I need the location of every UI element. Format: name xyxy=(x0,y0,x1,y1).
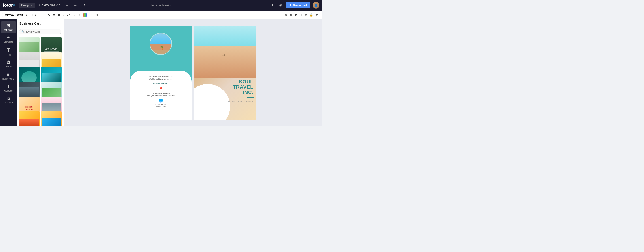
font-size-value: 14 xyxy=(32,13,34,16)
new-design-button[interactable]: + New design xyxy=(37,2,62,8)
beach-image: 🏖 xyxy=(194,26,256,77)
search-box[interactable]: 🔍 xyxy=(19,29,61,34)
top-nav: fotor® Design ▾ + New design ← → ↺ Unnam… xyxy=(0,0,322,10)
lock-button[interactable]: 🔒 xyxy=(308,12,314,17)
sidebar-item-label: Background xyxy=(2,77,14,80)
search-icon: 🔍 xyxy=(22,30,25,33)
avatar[interactable]: 👤 xyxy=(312,2,319,9)
delete-button[interactable]: 🗑 xyxy=(314,12,320,17)
design-menu-button[interactable]: Design ▾ xyxy=(19,3,35,8)
contact-info: Info@fotor.com www.fotor.com xyxy=(134,103,188,108)
sidebar-item-label: Extension xyxy=(4,101,14,104)
main-layout: ⊞ Templates ✦ Elements T Text 🖼 Photos ▣… xyxy=(0,19,322,126)
sidebar-item-label: Elements xyxy=(4,41,13,43)
transparency-button[interactable]: ⊠ xyxy=(94,12,99,17)
sidebar-item-photos[interactable]: 🖼 Photos xyxy=(1,58,16,70)
logo-text: fotor xyxy=(3,3,13,8)
undo-button[interactable]: ← xyxy=(64,2,70,8)
share-button[interactable]: ⊕ xyxy=(278,2,283,8)
color-picker-button[interactable] xyxy=(82,13,88,17)
redo-button[interactable]: → xyxy=(72,2,79,8)
separator xyxy=(45,13,45,17)
template-thumb[interactable]: See the world xyxy=(41,111,62,126)
elements-icon: ✦ xyxy=(7,35,10,40)
brand-name: SOUL TRAVEL INC. xyxy=(226,79,253,95)
layers-button[interactable]: ⧉ xyxy=(304,12,308,17)
logo-dot: ® xyxy=(14,4,15,6)
sidebar-item-label: Templates xyxy=(3,28,14,31)
history-button[interactable]: ↺ xyxy=(81,2,86,8)
text-align-button[interactable]: ≡ xyxy=(52,12,56,17)
location-icon-wrapper: 📍 xyxy=(134,86,188,92)
divider xyxy=(247,97,254,98)
extension-icon: ⧉ xyxy=(7,96,10,101)
sidebar-item-extension[interactable]: ⧉ Extension xyxy=(1,94,16,106)
design-label: Design xyxy=(21,3,30,7)
left-sidebar: ⊞ Templates ✦ Elements T Text 🖼 Photos ▣… xyxy=(0,19,17,126)
templates-panel: Business Card 🔍 GREEN& JONESRESIDENCE MA… xyxy=(17,19,64,126)
toolbar: Raleway ExtraB... ▾ 14 ▾ A ≡ B I aA U ↕ … xyxy=(0,10,322,19)
card-circle-image: 🌴 xyxy=(150,33,172,55)
font-family-select[interactable]: Raleway ExtraB... ▾ xyxy=(2,13,29,17)
template-thumb[interactable]: Get in Touch xyxy=(18,111,40,126)
align-button[interactable]: ⊞ xyxy=(288,12,293,17)
sidebar-item-templates[interactable]: ⊞ Templates xyxy=(1,21,16,33)
font-color-indicator xyxy=(47,16,50,17)
sidebar-item-label: Uploads xyxy=(4,90,12,92)
text-icon: T xyxy=(7,47,10,53)
tagline-text: Tell us about your dream vacation! We'll… xyxy=(134,75,188,80)
underline-button[interactable]: U xyxy=(72,12,76,17)
sidebar-item-background[interactable]: ▣ Background xyxy=(1,70,16,82)
umbrella-icons: 🏖 xyxy=(222,53,225,57)
bold-icon: B xyxy=(58,13,60,16)
avatar-image: 👤 xyxy=(312,2,319,9)
italic-icon: I xyxy=(63,13,64,16)
location-icon: 📍 xyxy=(134,86,188,92)
sidebar-item-text[interactable]: T Text xyxy=(1,45,16,58)
search-input[interactable] xyxy=(26,30,59,33)
waves xyxy=(194,26,256,46)
sidebar-item-elements[interactable]: ✦ Elements xyxy=(1,33,16,45)
chevron-down-icon: ▾ xyxy=(35,13,36,16)
italic-button[interactable]: I xyxy=(62,12,65,17)
font-color-button[interactable]: A xyxy=(46,12,51,17)
underline-icon: U xyxy=(73,13,75,16)
font-size-select[interactable]: 14 ▾ xyxy=(30,13,44,17)
sidebar-item-uploads[interactable]: ⬆ Uploads xyxy=(1,82,16,94)
sidebar-item-label: Text xyxy=(6,54,10,56)
style-button[interactable]: ✦ xyxy=(89,12,94,17)
templates-grid: GREEN& JONESRESIDENCE MARKET A HOMEON SO… xyxy=(17,36,64,126)
document-title: Unnamed design xyxy=(150,3,172,7)
canvas-area: 🌴 Tell us about your dream vacation! We'… xyxy=(64,19,322,126)
bold-button[interactable]: B xyxy=(57,12,61,17)
canvas-wrapper: 🌴 Tell us about your dream vacation! We'… xyxy=(130,26,256,120)
card-white-section: Tell us about your dream vacation! We'll… xyxy=(130,71,192,120)
left-card[interactable]: 🌴 Tell us about your dream vacation! We'… xyxy=(130,26,192,120)
tagline: THE WORLD IS WAITING xyxy=(226,100,253,102)
font-color-icon: A xyxy=(48,13,50,16)
preview-button[interactable]: 👁 xyxy=(269,2,276,8)
download-label: Download xyxy=(293,3,307,7)
beach-circle: 🌴 xyxy=(150,33,171,54)
brand-content: SOUL TRAVEL INC. THE WORLD IS WAITING xyxy=(226,79,253,102)
sand xyxy=(194,46,256,77)
line-height-button[interactable]: ↕ xyxy=(77,12,81,17)
download-icon: ⬇ xyxy=(289,3,292,7)
uploads-icon: ⬆ xyxy=(7,84,10,89)
right-card[interactable]: 🏖 SOUL TRAVEL INC. THE WORLD IS WAITING xyxy=(194,26,256,120)
logo[interactable]: fotor® xyxy=(3,3,15,8)
background-icon: ▣ xyxy=(6,72,10,77)
beach-scene: 🏖 xyxy=(194,26,256,77)
website-icon: 🌐 xyxy=(134,98,188,103)
font-size-aa-button[interactable]: aA xyxy=(66,13,71,17)
color-gradient-icon xyxy=(83,13,87,16)
arrange-button[interactable]: ⊟ xyxy=(298,12,303,17)
address-text: The Henderson Residence 408 Byers Lane S… xyxy=(134,93,188,97)
duplicate-button[interactable]: ⧉ xyxy=(284,12,288,17)
rotate-button[interactable]: ↻ xyxy=(294,12,298,17)
toolbar-right: ⧉ ⊞ ↻ ⊟ ⧉ 🔒 🗑 xyxy=(284,12,320,17)
download-button[interactable]: ⬇ Download xyxy=(286,2,310,8)
templates-icon: ⊞ xyxy=(7,23,10,28)
new-design-label: + New design xyxy=(38,3,60,7)
chevron-down-icon: ▾ xyxy=(26,13,27,16)
